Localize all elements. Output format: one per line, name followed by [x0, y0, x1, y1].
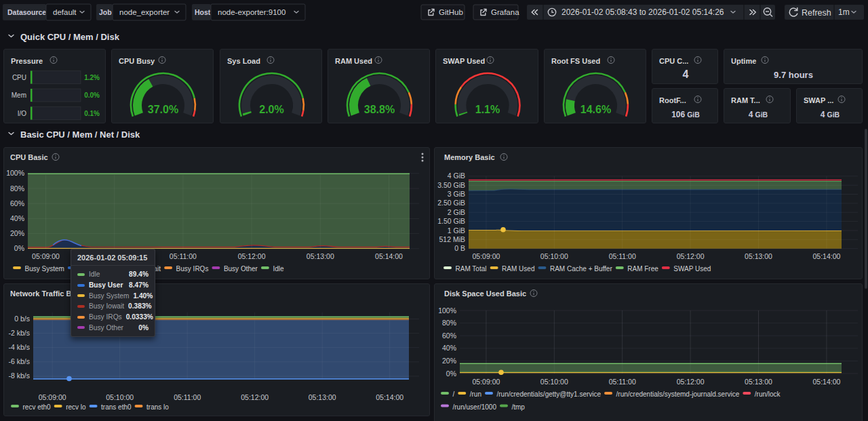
svg-text:node-exporter:9100: node-exporter:9100	[218, 8, 285, 16]
svg-text:40%: 40%	[442, 344, 456, 352]
svg-text:80%: 80%	[442, 319, 456, 327]
svg-text:4 GiB: 4 GiB	[448, 172, 465, 180]
svg-text:100%: 100%	[438, 306, 456, 315]
svg-text:/tmp: /tmp	[511, 403, 525, 411]
svg-text:Mem: Mem	[12, 92, 26, 99]
svg-text:05:14:00: 05:14:00	[375, 252, 403, 260]
svg-text:recv lo: recv lo	[66, 403, 86, 411]
svg-text:Job: Job	[99, 8, 112, 16]
svg-text:RAM Free: RAM Free	[627, 265, 658, 273]
svg-text:2.50 GiB: 2.50 GiB	[437, 199, 465, 207]
svg-text:05:12:00: 05:12:00	[241, 393, 269, 401]
svg-text:trans eth0: trans eth0	[101, 403, 132, 411]
svg-text:-8 kb/s: -8 kb/s	[8, 372, 30, 380]
svg-text:default: default	[53, 8, 77, 16]
svg-text:0.1%: 0.1%	[84, 110, 100, 117]
svg-text:4 GiB: 4 GiB	[749, 110, 768, 119]
svg-text:60%: 60%	[10, 199, 24, 207]
svg-text:38.8%: 38.8%	[364, 104, 395, 115]
svg-text:4 GiB: 4 GiB	[821, 110, 840, 119]
svg-text:I/O: I/O	[18, 110, 27, 117]
svg-text:05:13:00: 05:13:00	[307, 252, 334, 260]
svg-text:20%: 20%	[442, 357, 456, 365]
svg-text:80%: 80%	[10, 184, 24, 193]
svg-text:0 b/s: 0 b/s	[14, 315, 30, 323]
svg-text:100%: 100%	[6, 169, 24, 177]
svg-text:Busy System: Busy System	[25, 265, 64, 273]
svg-text:CPU C...: CPU C...	[659, 57, 688, 65]
svg-text:-2 kb/s: -2 kb/s	[8, 329, 30, 337]
svg-text:1m: 1m	[838, 7, 850, 17]
svg-text:05:13:00: 05:13:00	[745, 252, 772, 260]
svg-text:20%: 20%	[10, 229, 24, 237]
svg-text:RAM Used: RAM Used	[502, 265, 534, 273]
svg-text:37.0%: 37.0%	[148, 104, 178, 115]
svg-text:05:14:00: 05:14:00	[376, 393, 403, 401]
svg-text:05:11:00: 05:11:00	[170, 252, 197, 260]
svg-text:40%: 40%	[10, 214, 24, 222]
svg-text:4: 4	[683, 68, 689, 80]
svg-text:05:09:00: 05:09:00	[32, 252, 60, 260]
svg-text:2.0%: 2.0%	[259, 104, 283, 115]
svg-text:1.2%: 1.2%	[84, 74, 100, 81]
svg-text:Grafana: Grafana	[491, 8, 519, 16]
svg-text:-6 kb/s: -6 kb/s	[8, 357, 30, 365]
svg-text:-4 kb/s: -4 kb/s	[8, 343, 30, 351]
svg-text:RAM T...: RAM T...	[731, 96, 760, 104]
svg-text:05:14:00: 05:14:00	[812, 378, 840, 386]
svg-text:SWAP Used: SWAP Used	[673, 265, 711, 273]
svg-text:Sys Load: Sys Load	[227, 57, 260, 65]
svg-text:/run/credentials/systemd-journ: /run/credentials/systemd-journald.servic…	[616, 390, 740, 398]
svg-text:1.50 GiB: 1.50 GiB	[437, 217, 465, 225]
svg-text:05:12:00: 05:12:00	[677, 252, 705, 260]
svg-text:05:12:00: 05:12:00	[238, 252, 266, 260]
svg-text:05:14:00: 05:14:00	[812, 252, 840, 260]
svg-text:05:09:00: 05:09:00	[39, 393, 66, 401]
svg-text:/run/user/1000: /run/user/1000	[453, 403, 497, 411]
svg-text:Root FS Used: Root FS Used	[551, 57, 600, 65]
svg-text:Datasource: Datasource	[7, 8, 46, 16]
svg-text:Host: Host	[195, 8, 211, 16]
svg-text:CPU: CPU	[12, 74, 26, 81]
svg-text:node_exporter: node_exporter	[119, 8, 170, 16]
svg-text:0%: 0%	[14, 244, 24, 252]
svg-text:SWAP Used: SWAP Used	[443, 57, 485, 65]
svg-text:60%: 60%	[442, 332, 456, 340]
svg-text:Busy IRQs: Busy IRQs	[176, 265, 209, 273]
svg-text:trans lo: trans lo	[146, 403, 169, 411]
svg-text:05:13:00: 05:13:00	[309, 393, 336, 401]
svg-text:/: /	[453, 390, 455, 398]
svg-text:Disk Space Used Basic: Disk Space Used Basic	[444, 289, 526, 298]
svg-text:Refresh: Refresh	[802, 8, 831, 18]
svg-text:RAM Cache + Buffer: RAM Cache + Buffer	[550, 265, 612, 273]
svg-text:05:12:00: 05:12:00	[677, 378, 705, 386]
svg-text:Busy Other: Busy Other	[224, 265, 258, 273]
svg-text:2026-01-02 05:08:43 to 2026-01: 2026-01-02 05:08:43 to 2026-01-02 05:14:…	[561, 7, 724, 17]
svg-text:/run/lock: /run/lock	[755, 390, 781, 398]
svg-text:05:10:00: 05:10:00	[540, 378, 568, 386]
svg-text:Idle: Idle	[273, 265, 284, 273]
svg-text:Quick CPU / Mem / Disk: Quick CPU / Mem / Disk	[20, 32, 120, 42]
svg-text:2 GiB: 2 GiB	[448, 208, 465, 216]
svg-text:05:13:00: 05:13:00	[745, 378, 772, 386]
svg-text:14.6%: 14.6%	[580, 104, 611, 115]
svg-text:05:11:00: 05:11:00	[174, 393, 201, 401]
svg-text:512 MiB: 512 MiB	[439, 235, 465, 243]
svg-text:05:10:00: 05:10:00	[540, 252, 568, 260]
svg-text:Basic CPU / Mem / Net / Disk: Basic CPU / Mem / Net / Disk	[20, 129, 140, 140]
svg-text:CPU Busy: CPU Busy	[119, 57, 155, 65]
svg-text:1.1%: 1.1%	[475, 104, 500, 115]
svg-text:05:10:00: 05:10:00	[106, 393, 134, 401]
svg-text:3 GiB: 3 GiB	[448, 190, 465, 198]
svg-text:Memory Basic: Memory Basic	[444, 153, 495, 161]
svg-text:0.0%: 0.0%	[84, 92, 100, 99]
svg-text:0 B: 0 B	[454, 244, 465, 252]
svg-text:/run: /run	[470, 390, 481, 398]
svg-text:Pressure: Pressure	[11, 57, 43, 65]
svg-text:106 GiB: 106 GiB	[671, 110, 700, 119]
svg-text:Uptime: Uptime	[731, 57, 756, 65]
svg-text:05:11:00: 05:11:00	[609, 378, 636, 386]
svg-text:SWAP ...: SWAP ...	[804, 96, 833, 104]
svg-text:3.50 GiB: 3.50 GiB	[437, 181, 465, 189]
svg-text:RootF...: RootF...	[659, 96, 686, 104]
